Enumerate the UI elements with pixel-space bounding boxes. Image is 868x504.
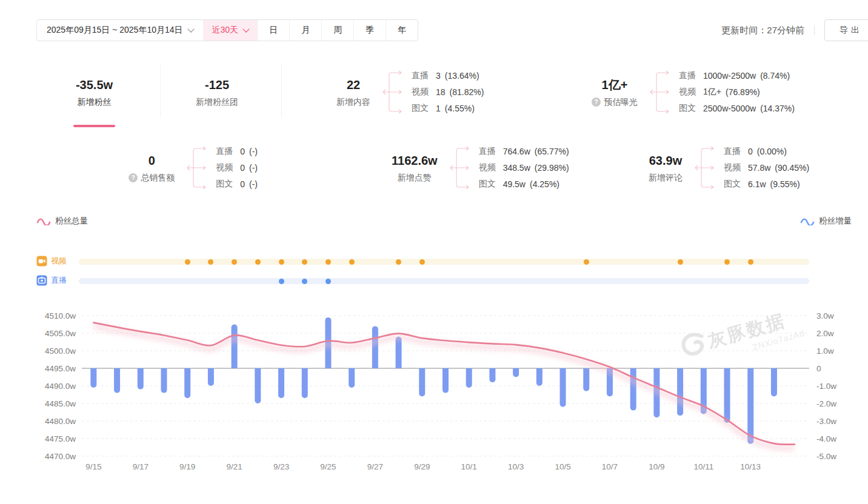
stat-card-total-sales[interactable]: 0?总销售额直播0(-)视频0(-)图文0(-)	[36, 134, 291, 201]
stat-value: 63.9w	[649, 153, 683, 168]
video-marker-dot[interactable]	[748, 259, 753, 265]
breakdown-name: 视频	[679, 87, 696, 98]
video-marker-dot[interactable]	[419, 259, 425, 265]
breakdown-percent: (-)	[249, 179, 258, 189]
breakdown-value: 0	[748, 147, 753, 156]
fan-delta-bar	[677, 368, 683, 416]
right-axis-tick: 2.0w	[816, 329, 834, 338]
breakdown-name: 图文	[412, 103, 429, 114]
breakdown-value: 0	[240, 163, 245, 173]
fan-delta-bar	[396, 337, 402, 368]
tab-month[interactable]: 月	[289, 20, 321, 41]
x-axis-tick: 9/25	[320, 462, 336, 471]
date-range-text: 2025年09月15日 ~ 2025年10月14日	[47, 25, 183, 36]
fan-delta-bar	[90, 368, 96, 388]
breakdown-percent: (8.74%)	[760, 71, 790, 81]
breakdown-list: 直播3(13.64%)视频18(81.82%)图文1(4.55%)	[412, 67, 484, 117]
live-track-label: 直播	[36, 275, 67, 286]
breakdown-name: 视频	[216, 162, 233, 173]
fan-delta-bar	[771, 368, 777, 396]
tab-quarter[interactable]: 季	[353, 20, 386, 41]
stat-card-new-comments[interactable]: 63.9w新增评论直播0(0.00%)视频57.8w(90.45%)图文6.1w…	[606, 134, 868, 201]
video-marker-dot[interactable]	[279, 259, 284, 265]
live-marker-dot[interactable]	[302, 279, 307, 284]
right-axis-tick: 0	[816, 364, 821, 373]
quick-range-button[interactable]: 近30天	[203, 20, 258, 41]
tab-day[interactable]: 日	[257, 20, 289, 41]
stat-label: 新增粉丝	[76, 97, 113, 108]
video-marker-dot[interactable]	[232, 259, 237, 265]
legend-label: 粉丝增量	[819, 216, 852, 227]
x-axis-tick: 9/21	[226, 462, 242, 471]
breakdown-tree-connector	[187, 143, 210, 193]
x-axis-tick: 9/23	[273, 462, 289, 471]
breakdown-name: 图文	[679, 103, 696, 114]
breakdown-percent: (4.55%)	[445, 104, 475, 113]
tab-year[interactable]: 年	[386, 20, 418, 41]
live-marker-dot[interactable]	[279, 279, 284, 284]
video-marker-dot[interactable]	[302, 259, 307, 265]
breakdown-list: 直播1000w-2500w(8.74%)视频1亿+(76.89%)图文2500w…	[679, 67, 795, 117]
stat-card-new-fans[interactable]: -35.5w新增粉丝	[36, 58, 161, 126]
video-marker-dot[interactable]	[349, 259, 355, 265]
video-marker-dot[interactable]	[208, 259, 213, 265]
tab-week[interactable]: 周	[321, 20, 353, 41]
export-button[interactable]: 导出	[824, 19, 868, 41]
breakdown-list: 直播0(-)视频0(-)图文0(-)	[216, 143, 258, 193]
fan-delta-bar	[232, 325, 238, 369]
fan-delta-bar	[489, 368, 495, 382]
fan-delta-bar	[372, 326, 378, 368]
fan-delta-bar	[255, 368, 261, 403]
stat-card-new-fan-club[interactable]: -125新增粉丝团	[161, 58, 282, 126]
x-axis-tick: 10/13	[740, 462, 761, 471]
fan-delta-bar	[161, 368, 167, 393]
stat-card-new-likes[interactable]: 1162.6w新增点赞直播764.6w(65.77%)视频348.5w(29.9…	[358, 134, 612, 201]
breakdown-tree-connector	[695, 143, 718, 193]
video-marker-dot[interactable]	[326, 259, 331, 265]
help-icon[interactable]: ?	[592, 98, 601, 107]
stat-number-block: 1162.6w新增点赞	[388, 153, 441, 184]
breakdown-name: 图文	[479, 179, 496, 190]
x-axis-tick: 9/15	[85, 462, 101, 471]
stat-label: ?预估曝光	[592, 97, 638, 108]
stat-card-new-content[interactable]: 22新增内容直播3(13.64%)视频18(81.82%)图文1(4.55%)	[282, 58, 570, 126]
video-label-text: 视频	[51, 256, 67, 267]
x-axis-tick: 10/9	[649, 462, 664, 471]
left-axis-tick: 4510.0w	[45, 311, 76, 320]
right-axis-tick: 3.0w	[816, 311, 834, 320]
breakdown-name: 直播	[724, 146, 741, 157]
left-axis-tick: 4485.0w	[45, 399, 76, 408]
video-marker-dot[interactable]	[396, 259, 401, 265]
help-icon[interactable]: ?	[129, 173, 138, 182]
video-marker-dot[interactable]	[678, 259, 683, 265]
video-marker-dot[interactable]	[724, 259, 730, 265]
fan-delta-bar	[560, 368, 566, 407]
x-axis-tick: 10/3	[508, 462, 524, 471]
breakdown-list: 直播764.6w(65.77%)视频348.5w(29.98%)图文49.5w(…	[479, 143, 569, 193]
stat-value: 1亿+	[592, 77, 638, 93]
fan-delta-bar	[630, 368, 636, 411]
stat-card-estimated-exposure[interactable]: 1亿+?预估曝光直播1000w-2500w(8.74%)视频1亿+(76.89%…	[570, 58, 868, 126]
legend-fans-delta[interactable]: 粉丝增量	[800, 216, 852, 227]
video-marker-dot[interactable]	[255, 259, 261, 265]
breakdown-percent: (9.55%)	[770, 179, 800, 189]
right-axis-tick: -3.0w	[816, 417, 836, 426]
top-filter-bar: 2025年09月15日 ~ 2025年10月14日 近30天 日月周季年 更新时…	[36, 19, 868, 42]
legend-fans-total[interactable]: 粉丝总量	[36, 216, 88, 227]
breakdown-percent: (-)	[249, 147, 258, 156]
breakdown-percent: (29.98%)	[535, 163, 569, 173]
left-axis-tick: 4490.0w	[45, 382, 76, 391]
stat-label: 新增粉丝团	[196, 97, 238, 108]
date-range-picker[interactable]: 2025年09月15日 ~ 2025年10月14日	[37, 20, 203, 41]
breakdown-percent: (14.37%)	[760, 104, 795, 113]
breakdown-name: 视频	[724, 162, 741, 173]
stat-label: ?总销售额	[129, 173, 175, 184]
breakdown-row: 直播0(0.00%)	[724, 143, 809, 159]
fans-trend-chart-svg: 4510.0w3.0w4505.0w2.0w4500.0w1.0w4495.0w…	[33, 305, 864, 489]
breakdown-value: 49.5w	[503, 179, 526, 189]
video-marker-dot[interactable]	[185, 259, 190, 265]
live-marker-dot[interactable]	[326, 279, 331, 284]
breakdown-list: 直播0(0.00%)视频57.8w(90.45%)图文6.1w(9.55%)	[724, 143, 809, 193]
right-axis-tick: 1.0w	[816, 346, 834, 356]
video-marker-dot[interactable]	[584, 259, 589, 265]
